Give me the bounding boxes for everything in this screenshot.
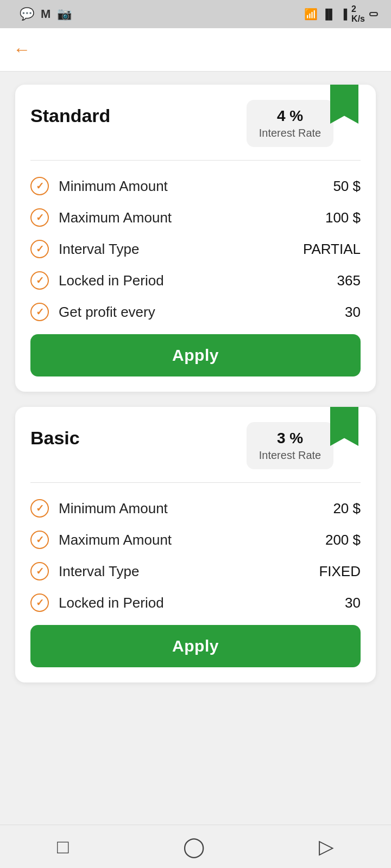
interest-rate-standard: 4 % bbox=[258, 107, 321, 125]
check-circle-icon bbox=[30, 593, 49, 612]
detail-value: 30 bbox=[345, 595, 361, 611]
apply-button-basic[interactable]: Apply bbox=[30, 625, 361, 667]
detail-row: Locked in Period30 bbox=[30, 587, 361, 618]
detail-label: Interval Type bbox=[59, 563, 139, 580]
detail-left: Maximum Amount bbox=[30, 208, 172, 227]
recent-apps-icon[interactable]: □ bbox=[57, 835, 69, 858]
detail-label: Interval Type bbox=[59, 241, 139, 258]
check-circle-icon bbox=[30, 531, 49, 549]
check-circle-icon bbox=[30, 562, 49, 580]
main-content: Standard4 %Interest RateMinimum Amount50… bbox=[0, 72, 391, 825]
check-circle-icon bbox=[30, 208, 49, 227]
card-top-standard: Standard4 %Interest Rate bbox=[30, 100, 361, 147]
detail-label: Maximum Amount bbox=[59, 532, 172, 548]
detail-left: Maximum Amount bbox=[30, 531, 172, 549]
camera-icon: 📷 bbox=[57, 7, 72, 21]
detail-row: Interval TypePARTIAL bbox=[30, 233, 361, 265]
detail-row: Get profit every30 bbox=[30, 296, 361, 328]
check-circle-icon bbox=[30, 240, 49, 258]
home-icon[interactable]: ◯ bbox=[183, 835, 205, 858]
detail-value: 30 bbox=[345, 304, 361, 321]
signal2-icon: ▐ bbox=[340, 9, 347, 20]
detail-label: Locked in Period bbox=[59, 595, 164, 611]
detail-value: 365 bbox=[337, 272, 361, 289]
detail-left: Minimum Amount bbox=[30, 499, 168, 518]
interest-box-standard: 4 %Interest Rate bbox=[247, 100, 333, 147]
detail-row: Maximum Amount200 $ bbox=[30, 524, 361, 556]
detail-row: Minimum Amount50 $ bbox=[30, 170, 361, 202]
detail-label: Maximum Amount bbox=[59, 209, 172, 226]
check-circle-icon bbox=[30, 303, 49, 321]
detail-left: Interval Type bbox=[30, 562, 139, 580]
check-circle-icon bbox=[30, 271, 49, 290]
interest-label-standard: Interest Rate bbox=[258, 127, 321, 139]
wifi-icon: 📶 bbox=[304, 8, 318, 21]
divider-standard bbox=[30, 160, 361, 161]
detail-left: Minimum Amount bbox=[30, 177, 168, 195]
detail-value: 20 $ bbox=[333, 500, 361, 517]
card-top-basic: Basic3 %Interest Rate bbox=[30, 422, 361, 469]
app-header: ← bbox=[0, 28, 391, 72]
detail-left: Locked in Period bbox=[30, 593, 164, 612]
detail-label: Minimum Amount bbox=[59, 500, 168, 517]
plan-name-standard: Standard bbox=[30, 105, 110, 126]
interest-box-basic: 3 %Interest Rate bbox=[247, 422, 333, 469]
detail-value: PARTIAL bbox=[303, 241, 361, 258]
detail-left: Interval Type bbox=[30, 240, 139, 258]
detail-value: 200 $ bbox=[325, 532, 361, 548]
speed-label: 2K/s bbox=[351, 4, 365, 24]
back-icon[interactable]: ▷ bbox=[319, 835, 334, 858]
back-arrow-icon: ← bbox=[13, 40, 30, 59]
plan-card-basic: Basic3 %Interest RateMinimum Amount20 $M… bbox=[15, 407, 376, 682]
status-time: 💬 M 📷 bbox=[13, 7, 72, 21]
detail-row: Minimum Amount20 $ bbox=[30, 493, 361, 524]
gmail-icon: M bbox=[41, 7, 51, 21]
interest-label-basic: Interest Rate bbox=[258, 449, 321, 462]
detail-label: Minimum Amount bbox=[59, 178, 168, 195]
detail-label: Get profit every bbox=[59, 304, 155, 321]
plan-name-basic: Basic bbox=[30, 427, 80, 449]
detail-row: Maximum Amount100 $ bbox=[30, 202, 361, 233]
apply-button-standard[interactable]: Apply bbox=[30, 334, 361, 376]
status-bar: 💬 M 📷 📶 ▐▌ ▐ 2K/s bbox=[0, 0, 391, 28]
detail-value: FIXED bbox=[319, 563, 361, 580]
bottom-navigation: □ ◯ ▷ bbox=[0, 825, 391, 868]
detail-row: Interval TypeFIXED bbox=[30, 556, 361, 587]
battery-indicator bbox=[369, 12, 378, 16]
detail-value: 50 $ bbox=[333, 178, 361, 195]
interest-rate-basic: 3 % bbox=[258, 430, 321, 447]
detail-row: Locked in Period365 bbox=[30, 265, 361, 296]
detail-value: 100 $ bbox=[325, 209, 361, 226]
check-circle-icon bbox=[30, 499, 49, 518]
check-circle-icon bbox=[30, 177, 49, 195]
detail-left: Get profit every bbox=[30, 303, 155, 321]
messenger-icon: 💬 bbox=[20, 7, 34, 21]
detail-left: Locked in Period bbox=[30, 271, 164, 290]
detail-label: Locked in Period bbox=[59, 272, 164, 289]
signal-icon: ▐▌ bbox=[322, 9, 336, 20]
status-right-icons: 📶 ▐▌ ▐ 2K/s bbox=[304, 4, 378, 24]
back-button[interactable]: ← bbox=[13, 40, 30, 60]
plan-card-standard: Standard4 %Interest RateMinimum Amount50… bbox=[15, 85, 376, 392]
divider-basic bbox=[30, 482, 361, 483]
